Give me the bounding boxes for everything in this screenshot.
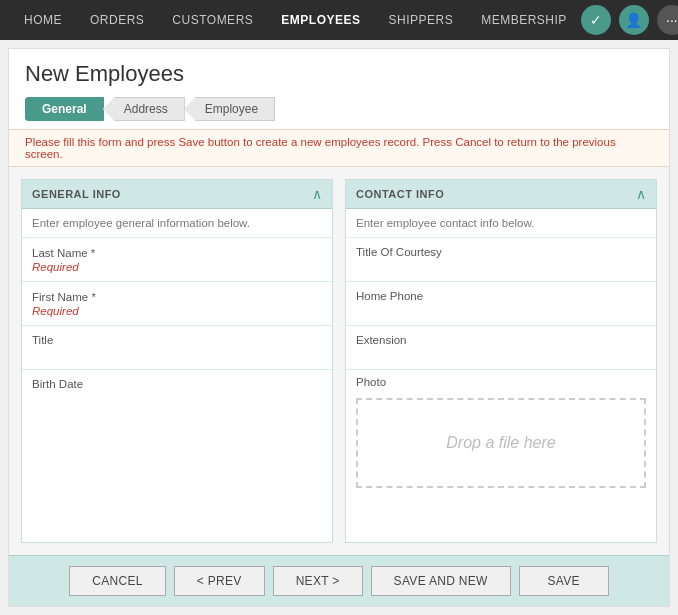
title-label: Title xyxy=(32,334,322,346)
contact-collapse-icon[interactable]: ∧ xyxy=(636,186,646,202)
birth-date-field[interactable]: Birth Date xyxy=(22,370,332,414)
general-info-desc: Enter employee general information below… xyxy=(22,209,332,238)
nav-membership[interactable]: MEMBERSHIP xyxy=(467,0,581,40)
nav-employees[interactable]: EMPLOYEES xyxy=(267,0,374,40)
birth-date-label: Birth Date xyxy=(32,378,322,390)
nav-customers[interactable]: CUSTOMERS xyxy=(158,0,267,40)
check-icon-button[interactable]: ✓ xyxy=(581,5,611,35)
extension-input[interactable] xyxy=(356,348,646,362)
photo-label: Photo xyxy=(346,370,656,390)
nav-home[interactable]: HOME xyxy=(10,0,76,40)
last-name-placeholder: Required xyxy=(32,261,322,273)
contact-info-title: CONTACT INFO xyxy=(356,188,444,200)
first-name-label: First Name * xyxy=(32,291,322,303)
photo-dropzone[interactable]: Drop a file here xyxy=(356,398,646,488)
title-of-courtesy-field[interactable]: Title Of Courtesy xyxy=(346,238,656,282)
tab-address[interactable]: Address xyxy=(103,97,185,121)
first-name-field: First Name * Required xyxy=(22,282,332,326)
title-of-courtesy-label: Title Of Courtesy xyxy=(356,246,646,258)
page-header: New Employees General Address Employee xyxy=(9,49,669,129)
save-button[interactable]: SAVE xyxy=(519,566,609,596)
info-bar: Please fill this form and press Save but… xyxy=(9,129,669,167)
prev-button[interactable]: < PREV xyxy=(174,566,265,596)
tab-general[interactable]: General xyxy=(25,97,104,121)
nav-icons: ✓ 👤 ··· xyxy=(581,5,678,35)
home-phone-label: Home Phone xyxy=(356,290,646,302)
breadcrumb-tabs: General Address Employee xyxy=(25,97,653,121)
drop-text: Drop a file here xyxy=(446,434,555,452)
title-of-courtesy-input[interactable] xyxy=(356,260,646,274)
footer: CANCEL < PREV NEXT > SAVE AND NEW SAVE xyxy=(9,555,669,606)
last-name-label: Last Name * xyxy=(32,247,322,259)
last-name-field: Last Name * Required xyxy=(22,238,332,282)
nav-orders[interactable]: ORDERS xyxy=(76,0,158,40)
first-name-placeholder: Required xyxy=(32,305,322,317)
more-options-button[interactable]: ··· xyxy=(657,5,678,35)
birth-date-input[interactable] xyxy=(32,392,322,406)
title-field[interactable]: Title xyxy=(22,326,332,370)
general-info-panel: GENERAL INFO ∧ Enter employee general in… xyxy=(21,179,333,543)
contact-info-header: CONTACT INFO ∧ xyxy=(346,180,656,209)
page-title: New Employees xyxy=(25,61,653,87)
contact-info-panel: CONTACT INFO ∧ Enter employee contact in… xyxy=(345,179,657,543)
nav-shippers[interactable]: SHIPPERS xyxy=(374,0,467,40)
home-phone-field[interactable]: Home Phone xyxy=(346,282,656,326)
user-icon-button[interactable]: 👤 xyxy=(619,5,649,35)
general-info-title: GENERAL INFO xyxy=(32,188,121,200)
contact-info-desc: Enter employee contact info below. xyxy=(346,209,656,238)
title-input[interactable] xyxy=(32,348,322,362)
tab-employee[interactable]: Employee xyxy=(184,97,275,121)
info-message: Please fill this form and press Save but… xyxy=(25,136,616,160)
photo-section: Photo Drop a file here xyxy=(346,370,656,496)
general-collapse-icon[interactable]: ∧ xyxy=(312,186,322,202)
save-and-new-button[interactable]: SAVE AND NEW xyxy=(371,566,511,596)
top-nav: HOME ORDERS CUSTOMERS EMPLOYEES SHIPPERS… xyxy=(0,0,678,40)
home-phone-input[interactable] xyxy=(356,304,646,318)
extension-field[interactable]: Extension xyxy=(346,326,656,370)
general-info-header: GENERAL INFO ∧ xyxy=(22,180,332,209)
extension-label: Extension xyxy=(356,334,646,346)
cancel-button[interactable]: CANCEL xyxy=(69,566,165,596)
next-button[interactable]: NEXT > xyxy=(273,566,363,596)
page-container: New Employees General Address Employee P… xyxy=(8,48,670,607)
form-area: GENERAL INFO ∧ Enter employee general in… xyxy=(9,167,669,555)
